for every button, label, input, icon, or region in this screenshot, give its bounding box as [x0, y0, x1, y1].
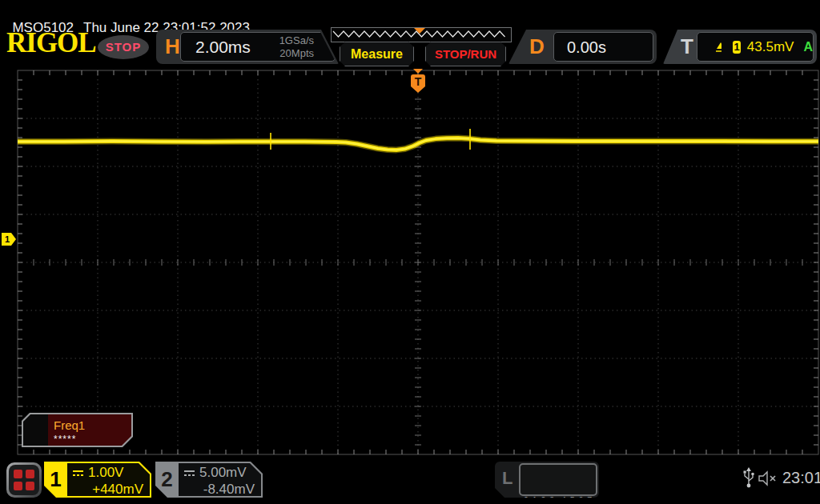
dc-coupling-icon — [183, 469, 195, 478]
delay-display: 0.00s — [553, 32, 653, 62]
channel2-number: 2 — [155, 462, 179, 498]
acquisition-rates: 1GSa/s 20Mpts — [279, 34, 314, 61]
trigger-level-value: 43.5mV — [747, 39, 794, 55]
preview-position-marker-icon[interactable] — [414, 28, 425, 34]
channel2-status-block[interactable]: 2 5.00mV -8.40mV — [155, 462, 263, 498]
speaker-muted-icon[interactable] — [758, 470, 779, 486]
logic-row-1: 0 1 2 3 4 5 6 7 — [521, 494, 596, 504]
measurement-item-bg: Freq1 ***** — [23, 414, 131, 446]
delay-label: D — [529, 36, 545, 57]
logic-channels-block[interactable]: L 0 1 2 3 4 5 6 7 8 9 1011 12131415 — [495, 462, 599, 498]
trigger-label: T — [681, 36, 693, 57]
edge-trigger-icon — [715, 41, 722, 54]
waveform-preview-strip[interactable] — [331, 27, 512, 42]
ch1-waveform — [18, 129, 818, 150]
channel1-scale: 1.00V — [88, 465, 123, 481]
acquisition-state-badge: STOP — [98, 35, 149, 59]
svg-text:1: 1 — [5, 234, 10, 244]
sample-rate: 1GSa/s — [279, 34, 314, 47]
trigger-panel[interactable]: T 1 43.5mV A — [663, 30, 817, 64]
rigol-logo: RIGOL — [6, 29, 96, 57]
trigger-source-badge: 1 — [733, 41, 741, 54]
channel2-display: 5.00mV -8.40mV — [179, 463, 261, 496]
ch1-ground-marker[interactable]: 1 — [2, 233, 16, 246]
measurement-name: Freq1 — [54, 418, 85, 432]
grid-lines — [18, 70, 818, 454]
trigger-display: 1 43.5mV A — [697, 32, 814, 62]
usb-icon — [742, 467, 755, 490]
horizontal-panel[interactable]: H 2.00ms 1GSa/s 20Mpts — [156, 30, 339, 64]
graticule: T 1 — [0, 68, 820, 456]
memory-depth: 20Mpts — [279, 47, 314, 60]
horizontal-display: 2.00ms 1GSa/s 20Mpts — [180, 32, 336, 62]
stop-run-button[interactable]: STOP/RUN — [425, 42, 506, 66]
logic-channel-numbers: 0 1 2 3 4 5 6 7 8 9 1011 12131415 — [519, 463, 597, 496]
timebase-value: 2.00ms — [195, 38, 251, 57]
measurement-value: ***** — [54, 434, 76, 445]
channel2-offset: -8.40mV — [183, 482, 255, 498]
clock: 23:01 — [782, 469, 820, 487]
svg-text:T: T — [415, 75, 422, 88]
horizontal-label: H — [165, 36, 180, 57]
delay-panel[interactable]: D 0.00s — [508, 30, 657, 64]
channel1-status-block[interactable]: 1 1.00V +440mV — [44, 462, 151, 498]
measurement-item-freq1[interactable]: Freq1 ***** — [22, 413, 133, 447]
channel2-scale: 5.00mV — [199, 465, 247, 481]
channel1-display: 1.00V +440mV — [67, 463, 150, 496]
channel1-offset: +440mV — [72, 482, 143, 498]
trigger-position-flag[interactable]: T — [411, 69, 425, 93]
windows-grid-icon — [9, 465, 39, 495]
channel1-number: 1 — [44, 462, 67, 498]
delay-value: 0.00s — [567, 38, 606, 57]
measure-button[interactable]: Measure — [340, 42, 414, 66]
windows-menu-button[interactable] — [6, 462, 42, 498]
trigger-mode-auto: A — [803, 40, 813, 54]
dc-coupling-icon — [72, 469, 84, 478]
logic-label: L — [502, 468, 512, 489]
